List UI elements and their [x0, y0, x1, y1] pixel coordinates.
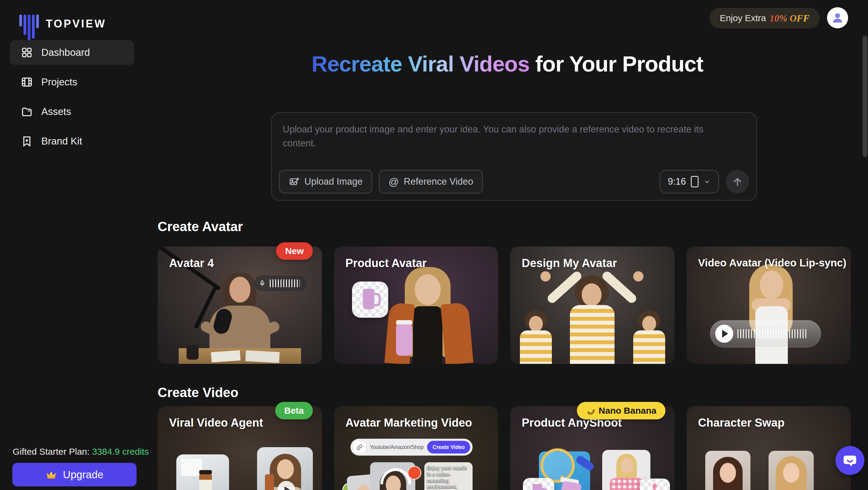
credits-value: 3384.9 credits: [92, 446, 149, 457]
link-icon-box: [353, 440, 366, 454]
product-thumbnail-handle: [373, 293, 381, 306]
card-title: Video Avatar (Video Lip-sync): [698, 257, 846, 269]
upgrade-button[interactable]: Upgrade: [12, 463, 136, 486]
tennis-racket: [540, 449, 575, 483]
card-title: Avatar Marketing Video: [345, 416, 472, 429]
nano-banana-label: Nano Banana: [598, 405, 656, 416]
create-video-row: Beta Viral Video Agent Youtube/Amazon/Sh…: [158, 406, 851, 490]
composer-toolbar: Upload Image @ Reference Video 9:16: [279, 170, 749, 194]
card-title: Design My Avatar: [522, 257, 617, 270]
promo-offer: 10% OFF: [770, 13, 809, 24]
crown-icon: [45, 469, 57, 480]
promo-banner[interactable]: Enjoy Extra 10% OFF: [710, 8, 820, 28]
face: [529, 316, 543, 332]
shirt: [520, 330, 552, 364]
kitchen-window: [181, 459, 202, 476]
prompt-placeholder: Upload your product image and enter your…: [283, 122, 726, 150]
chat-support-button[interactable]: [835, 446, 864, 475]
prompt-input[interactable]: Upload your product image and enter your…: [271, 112, 757, 201]
create-video-button: Create Video: [427, 441, 470, 454]
at-icon: @: [389, 176, 399, 188]
portrait-ratio-icon: [691, 176, 699, 188]
play-icon: [284, 486, 290, 490]
sidebar-item-assets[interactable]: Assets: [10, 99, 134, 124]
thumbnail-caption: Enjoy your music in a noise-canceling en…: [427, 465, 470, 490]
create-avatar-row: New Avatar 4 Product Avatar: [158, 247, 851, 364]
product-thumbnail-tumbler: [363, 289, 374, 309]
url-pill: Youtube/Amazon/Shopify/Shopee/TikTok... …: [350, 439, 472, 456]
sidebar-item-projects[interactable]: Projects: [10, 70, 134, 94]
page-title-rest: for Your Product: [530, 52, 703, 76]
new-badge: New: [276, 242, 313, 260]
shopee-icon: [407, 466, 421, 480]
card-title: Product Avatar: [345, 257, 427, 270]
plan-info: Gifted Starter Plan: 3384.9 credits: [13, 446, 149, 457]
sidebar-item-label: Projects: [41, 76, 77, 88]
chat-bubble-icon: [842, 453, 858, 468]
user-avatar-button[interactable]: [827, 7, 848, 28]
sidebar-item-brand-kit[interactable]: Brand Kit: [10, 129, 134, 153]
section-title-create-avatar: Create Avatar: [158, 219, 243, 234]
gingham-dress: [610, 478, 644, 490]
mini-tumbler: [532, 484, 542, 490]
card-avatar-marketing-video[interactable]: Youtube/Amazon/Shopify/Shopee/TikTok... …: [334, 406, 498, 490]
face: [415, 274, 441, 305]
plan-label: Gifted Starter Plan:: [13, 446, 90, 457]
reference-video-button[interactable]: @ Reference Video: [379, 170, 483, 194]
play-icon: [722, 330, 728, 338]
face: [621, 458, 633, 474]
page-title: Recreate Viral Videos for Your Product: [147, 51, 868, 76]
spice-jar: [265, 474, 274, 490]
cardigan: [440, 302, 473, 364]
paper: [211, 350, 241, 363]
section-title-create-video: Create Video: [158, 385, 239, 400]
nano-banana-badge: Nano Banana: [577, 402, 665, 420]
thumb-up-hand: [540, 271, 551, 282]
paper: [245, 350, 280, 363]
sidebar-item-label: Assets: [41, 106, 71, 117]
folder-icon: [21, 106, 33, 118]
card-product-avatar[interactable]: Product Avatar: [334, 247, 498, 364]
scrollbar-thumb[interactable]: [863, 36, 867, 157]
sidebar-item-dashboard[interactable]: Dashboard: [10, 40, 134, 65]
brand-wordmark: TOPVIEW: [46, 18, 106, 30]
submit-button[interactable]: [726, 170, 749, 194]
face: [760, 271, 783, 299]
card-character-swap[interactable]: Character Swap: [687, 406, 851, 490]
card-title: Character Swap: [698, 416, 784, 429]
sidebar-item-label: Brand Kit: [41, 136, 82, 147]
app-logo: TOPVIEW: [19, 9, 106, 43]
aspect-ratio-select[interactable]: 9:16: [659, 170, 719, 194]
user-icon: [831, 11, 844, 24]
face: [582, 283, 601, 306]
banana-icon: [586, 406, 595, 415]
image-plus-icon: [289, 176, 300, 187]
sidebar: Dashboard Projects Assets Brand Kit: [10, 40, 134, 153]
waveform-bars: [270, 279, 300, 287]
voice-waveform-pill: [254, 275, 307, 292]
face: [277, 459, 294, 479]
card-title: Avatar 4: [169, 257, 214, 270]
card-video-avatar[interactable]: Video Avatar (Video Lip-sync): [687, 247, 851, 364]
link-icon: [356, 444, 363, 451]
bookmark-star-icon: [21, 135, 33, 147]
upload-image-button[interactable]: Upload Image: [279, 170, 372, 194]
lipsync-player-pill: [710, 320, 821, 347]
waveform-bars: [738, 329, 807, 338]
card-title: Viral Video Agent: [169, 416, 263, 429]
card-design-my-avatar[interactable]: Design My Avatar: [510, 247, 675, 364]
card-viral-video-agent[interactable]: Beta Viral Video Agent: [158, 406, 322, 490]
face: [642, 316, 656, 332]
arrow-up-icon: [732, 176, 744, 188]
face: [229, 277, 250, 302]
shirt: [633, 330, 665, 364]
tumbler: [396, 324, 412, 356]
dashboard-grid-icon: [21, 47, 33, 59]
film-icon: [21, 76, 33, 88]
card-product-anyshoot[interactable]: Nano Banana Product AnyShoot: [510, 406, 675, 490]
card-avatar-4[interactable]: New Avatar 4: [158, 247, 322, 364]
chevron-down-icon: [704, 178, 711, 185]
spice-jar-label: [199, 480, 212, 490]
logo-soundbars-icon: [19, 9, 39, 43]
url-text: Youtube/Amazon/Shopify/Shopee/TikTok...: [370, 444, 424, 451]
